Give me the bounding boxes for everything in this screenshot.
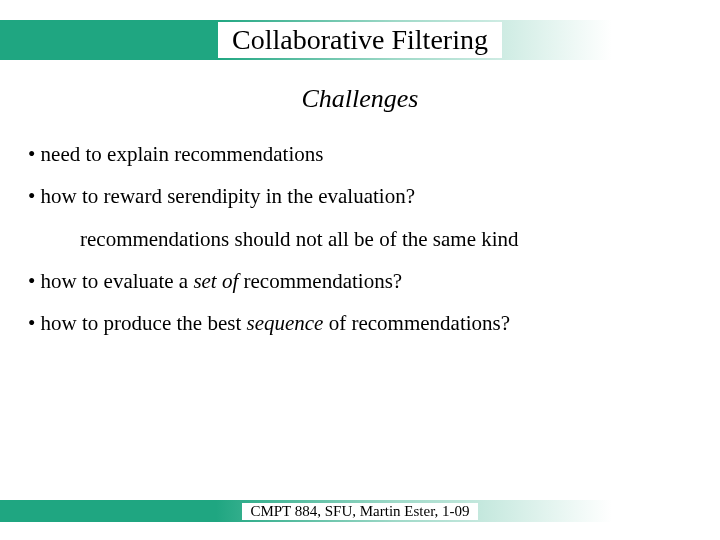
slide-subtitle: Challenges xyxy=(0,84,720,114)
footer-text: CMPT 884, SFU, Martin Ester, 1-09 xyxy=(242,503,477,520)
bullet-3-post: recommendations? xyxy=(238,269,402,293)
slide-title: Collaborative Filtering xyxy=(218,22,502,58)
bullet-3-pre: • how to evaluate a xyxy=(28,269,193,293)
bullet-4-em: sequence xyxy=(246,311,323,335)
bullet-1: • need to explain recommendations xyxy=(28,140,692,168)
footer-bar: CMPT 884, SFU, Martin Ester, 1-09 xyxy=(0,500,720,522)
slide-content: • need to explain recommendations • how … xyxy=(28,140,692,352)
bullet-2: • how to reward serendipity in the evalu… xyxy=(28,182,692,210)
bullet-4-pre: • how to produce the best xyxy=(28,311,246,335)
bullet-4: • how to produce the best sequence of re… xyxy=(28,309,692,337)
bullet-2-sub: recommendations should not all be of the… xyxy=(80,225,692,253)
bullet-3: • how to evaluate a set of recommendatio… xyxy=(28,267,692,295)
title-bar: Collaborative Filtering xyxy=(0,20,720,60)
bullet-4-post: of recommendations? xyxy=(323,311,510,335)
bullet-3-em: set of xyxy=(193,269,238,293)
